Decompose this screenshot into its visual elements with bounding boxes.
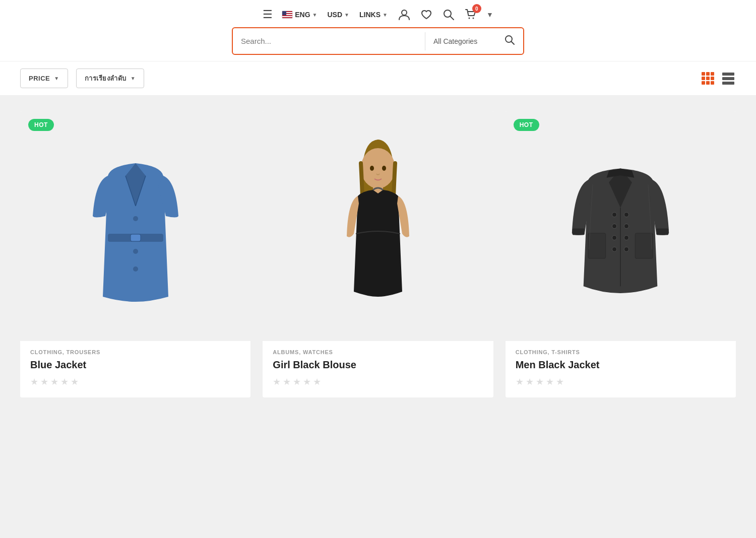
account-icon xyxy=(398,8,411,21)
hot-badge: HOT xyxy=(28,119,54,131)
product-name: Blue Jacket xyxy=(30,358,240,371)
list-line xyxy=(722,77,734,80)
svg-point-26 xyxy=(624,247,629,251)
product-card[interactable]: HOT xyxy=(20,111,250,397)
product-card[interactable]: ALBUMS, WATCHES Girl Black Blouse ★ ★ ★ … xyxy=(263,111,493,397)
products-grid: HOT xyxy=(20,111,736,397)
blue-jacket-image xyxy=(80,136,191,317)
hot-badge: HOT xyxy=(514,119,539,131)
grid-dot xyxy=(706,81,710,85)
product-categories: CLOTHING, T-SHIRTS xyxy=(516,349,726,355)
star-rating: ★ ★ ★ ★ ★ xyxy=(516,376,726,387)
search-bar: All Categories xyxy=(232,27,524,55)
grid-dot xyxy=(711,77,714,80)
account-button[interactable] xyxy=(398,8,411,21)
product-categories: CLOTHING, TROUSERS xyxy=(30,349,240,355)
currency-chevron: ▼ xyxy=(344,12,349,18)
header: ☰ ENG ▼ USD ▼ LINKS ▼ xyxy=(0,0,756,61)
cart-badge: 0 xyxy=(472,4,481,13)
flag-icon xyxy=(282,11,293,19)
svg-point-17 xyxy=(382,166,386,171)
grid-dot xyxy=(706,77,710,80)
filters-bar: PRICE ▼ การเรียงลำดับ ▼ xyxy=(0,61,756,96)
search-submit-button[interactable] xyxy=(496,28,523,54)
grid-dot xyxy=(711,72,714,76)
header-top: ☰ ENG ▼ USD ▼ LINKS ▼ xyxy=(263,8,493,21)
product-name: Girl Black Blouse xyxy=(273,358,483,371)
grid-dot xyxy=(702,77,705,80)
list-line xyxy=(722,82,734,85)
heart-icon xyxy=(420,8,433,21)
wishlist-button[interactable] xyxy=(420,8,433,21)
svg-point-3 xyxy=(468,18,470,19)
star-rating: ★ ★ ★ ★ ★ xyxy=(30,376,240,387)
grid-dot xyxy=(702,72,705,76)
language-selector[interactable]: ENG ▼ xyxy=(282,11,317,19)
product-info: ALBUMS, WATCHES Girl Black Blouse ★ ★ ★ … xyxy=(263,341,493,397)
currency-selector[interactable]: USD ▼ xyxy=(328,11,349,19)
svg-point-20 xyxy=(612,224,617,228)
grid-dot xyxy=(711,81,714,85)
search-button[interactable] xyxy=(442,8,455,21)
star: ★ xyxy=(60,376,69,387)
star: ★ xyxy=(283,376,291,387)
star: ★ xyxy=(30,376,38,387)
svg-rect-8 xyxy=(131,234,141,241)
svg-rect-30 xyxy=(657,228,669,235)
categories-select[interactable]: All Categories xyxy=(425,31,496,51)
links-selector[interactable]: LINKS ▼ xyxy=(359,11,388,19)
svg-rect-29 xyxy=(573,228,585,235)
hamburger-menu[interactable]: ☰ xyxy=(263,8,272,21)
star: ★ xyxy=(516,376,524,387)
sort-filter-chevron: ▼ xyxy=(131,76,136,81)
svg-rect-28 xyxy=(636,233,653,258)
links-label: LINKS xyxy=(359,11,381,19)
product-card[interactable]: HOT xyxy=(506,111,736,397)
svg-point-15 xyxy=(361,148,395,188)
svg-point-0 xyxy=(402,10,407,15)
star: ★ xyxy=(40,376,48,387)
star: ★ xyxy=(526,376,534,387)
svg-point-11 xyxy=(133,266,138,272)
list-view-button[interactable] xyxy=(721,71,736,86)
more-button[interactable]: ▼ xyxy=(486,11,493,19)
sort-filter[interactable]: การเรียงลำดับ ▼ xyxy=(76,69,144,88)
star: ★ xyxy=(71,376,79,387)
products-section: HOT xyxy=(0,96,756,413)
star: ★ xyxy=(556,376,564,387)
men-jacket-image xyxy=(565,141,676,312)
star: ★ xyxy=(293,376,301,387)
svg-point-16 xyxy=(370,166,374,171)
price-filter[interactable]: PRICE ▼ xyxy=(20,69,68,88)
search-submit-icon xyxy=(504,34,515,45)
product-image-wrapper: HOT xyxy=(20,111,250,341)
links-chevron: ▼ xyxy=(383,12,388,18)
star: ★ xyxy=(50,376,58,387)
svg-line-2 xyxy=(450,16,454,20)
svg-point-25 xyxy=(624,235,629,240)
svg-point-10 xyxy=(133,249,138,254)
lang-chevron: ▼ xyxy=(312,12,318,18)
product-info: CLOTHING, T-SHIRTS Men Black Jacket ★ ★ … xyxy=(506,341,736,397)
lang-label: ENG xyxy=(295,11,310,19)
svg-point-9 xyxy=(133,216,138,221)
sort-filter-label: การเรียงลำดับ xyxy=(85,73,127,84)
search-input[interactable] xyxy=(233,31,425,51)
svg-point-22 xyxy=(612,247,617,251)
grid-dot xyxy=(702,81,705,85)
product-image-wrapper xyxy=(263,111,493,341)
svg-point-4 xyxy=(472,18,474,19)
grid-dot xyxy=(706,72,710,76)
more-chevron: ▼ xyxy=(486,11,493,19)
currency-label: USD xyxy=(328,11,343,19)
price-filter-label: PRICE xyxy=(29,75,50,82)
svg-point-23 xyxy=(624,212,629,217)
svg-point-19 xyxy=(612,212,617,217)
grid-view-button[interactable] xyxy=(700,71,716,86)
search-icon xyxy=(442,8,455,21)
cart-button[interactable]: 0 xyxy=(464,8,477,21)
product-categories: ALBUMS, WATCHES xyxy=(273,349,483,355)
list-line xyxy=(722,73,734,76)
view-toggle xyxy=(700,71,736,86)
svg-point-24 xyxy=(624,224,629,228)
